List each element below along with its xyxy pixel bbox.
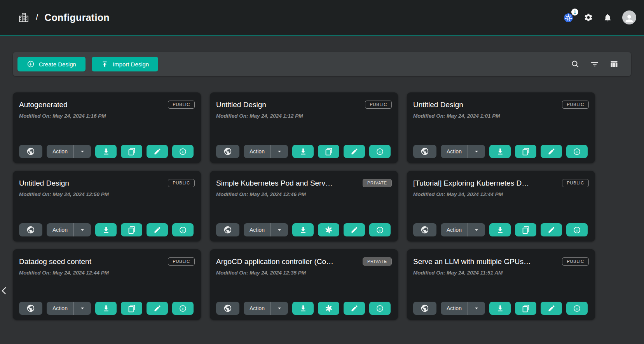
download-button[interactable] [95, 223, 117, 236]
info-button[interactable] [566, 223, 588, 236]
edit-button[interactable] [344, 302, 365, 315]
import-design-button[interactable]: Import Design [92, 57, 158, 71]
header-actions: 1 [562, 10, 637, 25]
clone-button[interactable] [121, 302, 142, 315]
edit-button[interactable] [541, 302, 562, 315]
action-button[interactable]: Action [244, 302, 271, 315]
info-icon [573, 148, 581, 156]
visibility-globe-button[interactable] [19, 145, 42, 158]
clone-button[interactable] [121, 145, 142, 158]
info-button[interactable] [566, 145, 588, 158]
action-dropdown-button[interactable] [271, 145, 288, 158]
organization-icon[interactable] [18, 12, 30, 23]
action-button[interactable]: Action [441, 302, 468, 315]
visibility-globe-button[interactable] [413, 223, 436, 236]
search-button[interactable] [569, 58, 581, 70]
design-card[interactable]: Serve an LLM with multiple GPUs… PUBLIC … [407, 249, 595, 320]
action-split-button: Action [47, 223, 91, 236]
clone-button[interactable] [515, 145, 536, 158]
download-button[interactable] [489, 145, 511, 158]
visibility-badge: PUBLIC [168, 179, 195, 187]
action-button[interactable]: Action [47, 145, 74, 158]
app-header: / Configuration [0, 0, 644, 36]
action-split-button: Action [441, 145, 485, 158]
action-dropdown-button[interactable] [74, 223, 91, 236]
edit-button[interactable] [541, 145, 562, 158]
action-dropdown-button[interactable] [271, 302, 288, 315]
edit-button[interactable] [344, 145, 365, 158]
notifications-button[interactable] [602, 12, 613, 23]
action-dropdown-button[interactable] [468, 302, 485, 315]
design-pinwheel-button[interactable] [318, 302, 339, 315]
info-button[interactable] [172, 223, 194, 236]
info-button[interactable] [566, 302, 588, 315]
visibility-globe-button[interactable] [413, 145, 436, 158]
design-card[interactable]: Simple Kubernetes Pod and Serv… PRIVATE … [210, 171, 398, 241]
action-button-label: Action [52, 148, 68, 155]
design-card[interactable]: Datadog seed content PUBLIC Modified On:… [13, 249, 201, 320]
action-dropdown-button[interactable] [468, 145, 485, 158]
visibility-globe-button[interactable] [216, 302, 239, 315]
sidebar-collapse-handle[interactable] [1, 286, 9, 296]
info-button[interactable] [172, 145, 194, 158]
action-button[interactable]: Action [47, 223, 74, 236]
action-button[interactable]: Action [441, 145, 468, 158]
edit-button[interactable] [344, 223, 365, 236]
edit-button[interactable] [147, 223, 168, 236]
download-button[interactable] [292, 145, 314, 158]
clone-button[interactable] [121, 223, 142, 236]
pencil-icon [351, 226, 358, 234]
table-view-button[interactable] [608, 58, 620, 70]
user-menu-button[interactable] [621, 10, 637, 25]
action-button[interactable]: Action [244, 145, 271, 158]
info-icon [179, 226, 187, 234]
download-button[interactable] [95, 302, 117, 315]
action-dropdown-button[interactable] [271, 223, 288, 236]
action-dropdown-button[interactable] [74, 302, 91, 315]
design-card[interactable]: Untitled Design PUBLIC Modified On: May … [210, 92, 398, 163]
clone-button[interactable] [515, 223, 536, 236]
design-card[interactable]: Autogenerated PUBLIC Modified On: May 24… [13, 92, 201, 163]
design-card[interactable]: Untitled Design PUBLIC Modified On: May … [13, 171, 201, 241]
kubernetes-context-button[interactable]: 1 [562, 12, 574, 24]
download-button[interactable] [292, 302, 314, 315]
edit-button[interactable] [541, 223, 562, 236]
download-icon [299, 226, 307, 234]
info-button[interactable] [369, 223, 391, 236]
download-button[interactable] [489, 223, 511, 236]
download-button[interactable] [292, 223, 314, 236]
edit-button[interactable] [147, 145, 168, 158]
globe-icon [223, 147, 232, 156]
visibility-globe-button[interactable] [216, 145, 239, 158]
info-button[interactable] [172, 302, 194, 315]
create-design-button[interactable]: Create Design [17, 57, 86, 71]
action-button[interactable]: Action [47, 302, 74, 315]
design-pinwheel-button[interactable] [318, 223, 339, 236]
action-button[interactable]: Action [244, 223, 271, 236]
card-actions: Action [216, 223, 392, 236]
clone-button[interactable] [515, 302, 536, 315]
action-dropdown-button[interactable] [74, 145, 91, 158]
info-icon [376, 304, 384, 313]
settings-button[interactable] [583, 12, 594, 23]
download-button[interactable] [95, 145, 117, 158]
design-card[interactable]: ArgoCD application controller (Co… PRIVA… [210, 249, 398, 320]
action-split-button: Action [244, 145, 288, 158]
filter-button[interactable] [588, 58, 601, 70]
pencil-icon [154, 148, 161, 155]
visibility-globe-button[interactable] [19, 302, 42, 315]
visibility-globe-button[interactable] [216, 223, 239, 236]
info-button[interactable] [369, 302, 391, 315]
design-card[interactable]: [Tutorial] Exploring Kubernetes D… PUBLI… [407, 171, 595, 241]
info-button[interactable] [369, 145, 391, 158]
info-icon [376, 148, 384, 156]
visibility-globe-button[interactable] [19, 223, 42, 236]
visibility-globe-button[interactable] [413, 302, 436, 315]
edit-button[interactable] [147, 302, 168, 315]
clone-button[interactable] [318, 145, 339, 158]
card-header: Simple Kubernetes Pod and Serv… PRIVATE [216, 176, 392, 188]
action-dropdown-button[interactable] [468, 223, 485, 236]
action-button[interactable]: Action [441, 223, 468, 236]
download-button[interactable] [489, 302, 511, 315]
design-card[interactable]: Untitled Design PUBLIC Modified On: May … [407, 92, 595, 163]
